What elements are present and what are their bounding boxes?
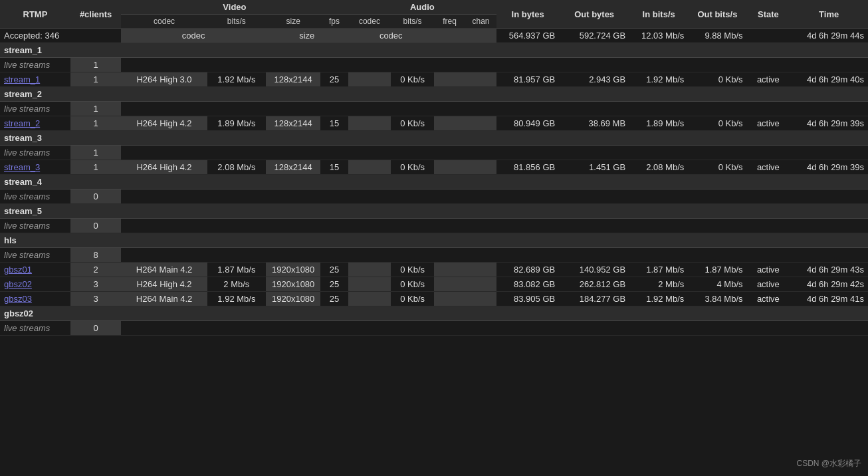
stream-size: 128x2144 bbox=[266, 72, 320, 87]
live-streams-count: 1 bbox=[70, 146, 121, 160]
live-streams-label: live streams bbox=[0, 189, 70, 204]
stream-fps: 15 bbox=[320, 116, 348, 131]
stream-time: 4d 6h 29m 43s bbox=[790, 263, 868, 277]
stream-acodec bbox=[348, 160, 391, 175]
live-streams-label: live streams bbox=[0, 58, 70, 72]
accepted-label: Accepted: 346 bbox=[0, 29, 121, 43]
stream-outbytes: 184.277 GB bbox=[559, 292, 629, 306]
stream-clients: 3 bbox=[70, 277, 121, 292]
stream-inbits: 1.92 Mb/s bbox=[629, 292, 688, 306]
live-streams-count: 0 bbox=[70, 189, 121, 204]
group-name: stream_3 bbox=[0, 131, 868, 146]
col-outbytes: Out bytes bbox=[559, 0, 629, 29]
live-streams-empty bbox=[121, 189, 868, 204]
stream-name[interactable]: gbsz03 bbox=[0, 292, 70, 306]
accepted-inbytes: 564.937 GB bbox=[496, 29, 559, 43]
live-streams-empty bbox=[121, 102, 868, 116]
stream-name[interactable]: gbsz02 bbox=[0, 277, 70, 292]
live-streams-label: live streams bbox=[0, 219, 70, 233]
stream-size: 1920x1080 bbox=[266, 277, 320, 292]
main-header-row: RTMP #clients Video Audio In bytes Out b… bbox=[0, 0, 868, 15]
live-streams-row-3: live streams 0 bbox=[0, 189, 868, 204]
accepted-acodec: codec bbox=[348, 29, 434, 43]
live-streams-empty bbox=[121, 248, 868, 263]
stream-abitrate: 0 Kb/s bbox=[391, 292, 434, 306]
accepted-size: size bbox=[266, 29, 348, 43]
stream-freq bbox=[434, 292, 465, 306]
col-state: State bbox=[747, 0, 790, 29]
stream-inbytes: 83.082 GB bbox=[496, 277, 559, 292]
stream-codec: H264 High 3.0 bbox=[121, 72, 207, 87]
stream-chan bbox=[465, 160, 496, 175]
stream-outbits: 3.84 Mb/s bbox=[688, 292, 746, 306]
watermark: CSDN @水彩橘子 bbox=[796, 458, 861, 469]
stream-fps: 25 bbox=[320, 277, 348, 292]
stream-abitrate: 0 Kb/s bbox=[391, 277, 434, 292]
stream-time: 4d 6h 29m 39s bbox=[790, 116, 868, 131]
stream-outbytes: 2.943 GB bbox=[559, 72, 629, 87]
stream-fps: 25 bbox=[320, 292, 348, 306]
stream-outbytes: 38.69 MB bbox=[559, 116, 629, 131]
live-streams-empty bbox=[121, 146, 868, 160]
stream-freq bbox=[434, 160, 465, 175]
stream-size: 1920x1080 bbox=[266, 263, 320, 277]
col-outbits: Out bits/s bbox=[688, 0, 746, 29]
sub-chan: chan bbox=[465, 15, 496, 29]
stream-state: active bbox=[747, 263, 790, 277]
live-streams-row-6: live streams 0 bbox=[0, 321, 868, 336]
stream-time: 4d 6h 29m 41s bbox=[790, 292, 868, 306]
stream-name[interactable]: stream_1 bbox=[0, 72, 70, 87]
live-streams-count: 0 bbox=[70, 321, 121, 336]
stream-abitrate: 0 Kb/s bbox=[391, 160, 434, 175]
stream-fps: 15 bbox=[320, 160, 348, 175]
stream-row-5-2: gbsz03 3 H264 Main 4.2 1.92 Mb/s 1920x10… bbox=[0, 292, 868, 306]
stream-bitrate: 1.89 Mb/s bbox=[207, 116, 266, 131]
stream-outbits: 4 Mb/s bbox=[688, 277, 746, 292]
live-streams-label: live streams bbox=[0, 146, 70, 160]
stream-state: active bbox=[747, 292, 790, 306]
stream-time: 4d 6h 29m 39s bbox=[790, 160, 868, 175]
live-streams-row-1: live streams 1 bbox=[0, 102, 868, 116]
sub-abitrate: bits/s bbox=[391, 15, 434, 29]
stream-name[interactable]: stream_2 bbox=[0, 116, 70, 131]
group-header-6: gbsz02 bbox=[0, 306, 868, 321]
stream-row-2-0: stream_3 1 H264 High 4.2 2.08 Mb/s 128x2… bbox=[0, 160, 868, 175]
stream-codec: H264 High 4.2 bbox=[121, 160, 207, 175]
stream-row-5-1: gbsz02 3 H264 High 4.2 2 Mb/s 1920x1080 … bbox=[0, 277, 868, 292]
live-streams-row-2: live streams 1 bbox=[0, 146, 868, 160]
stream-bitrate: 1.92 Mb/s bbox=[207, 292, 266, 306]
sub-fps: fps bbox=[320, 15, 348, 29]
stream-outbits: 0 Kb/s bbox=[688, 72, 746, 87]
stream-time: 4d 6h 29m 40s bbox=[790, 72, 868, 87]
sub-bitrate: bits/s bbox=[207, 15, 266, 29]
group-header-5: hls bbox=[0, 233, 868, 248]
stream-state: active bbox=[747, 72, 790, 87]
stream-outbytes: 262.812 GB bbox=[559, 277, 629, 292]
sub-size: size bbox=[266, 15, 320, 29]
stream-state: active bbox=[747, 160, 790, 175]
col-rtmp: RTMP bbox=[0, 0, 70, 29]
live-streams-label: live streams bbox=[0, 102, 70, 116]
stream-name[interactable]: stream_3 bbox=[0, 160, 70, 175]
stream-size: 128x2144 bbox=[266, 160, 320, 175]
sub-codec: codec bbox=[121, 15, 207, 29]
stream-codec: H264 Main 4.2 bbox=[121, 292, 207, 306]
live-streams-count: 1 bbox=[70, 58, 121, 72]
live-streams-empty bbox=[121, 321, 868, 336]
stream-acodec bbox=[348, 263, 391, 277]
stream-time: 4d 6h 29m 42s bbox=[790, 277, 868, 292]
stream-freq bbox=[434, 263, 465, 277]
stream-name[interactable]: gbsz01 bbox=[0, 263, 70, 277]
stream-codec: H264 High 4.2 bbox=[121, 116, 207, 131]
group-name: stream_1 bbox=[0, 43, 868, 58]
group-header-4: stream_5 bbox=[0, 204, 868, 219]
stream-outbytes: 1.451 GB bbox=[559, 160, 629, 175]
stream-abitrate: 0 Kb/s bbox=[391, 116, 434, 131]
stream-clients: 1 bbox=[70, 160, 121, 175]
stream-outbits: 0 Kb/s bbox=[688, 116, 746, 131]
stream-abitrate: 0 Kb/s bbox=[391, 72, 434, 87]
stream-codec: H264 Main 4.2 bbox=[121, 263, 207, 277]
sub-acodec: codec bbox=[348, 15, 391, 29]
stream-state: active bbox=[747, 277, 790, 292]
stream-codec: H264 High 4.2 bbox=[121, 277, 207, 292]
